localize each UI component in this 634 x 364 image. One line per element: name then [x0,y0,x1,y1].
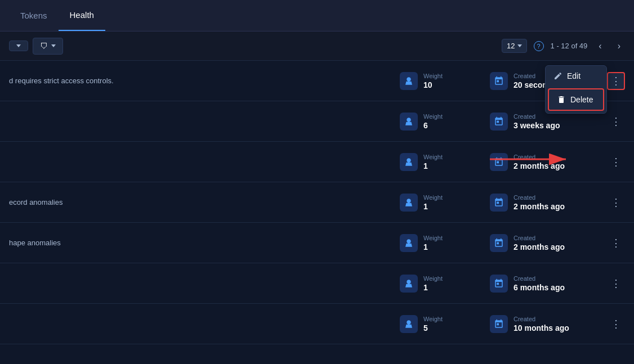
weight-value: 1 [423,242,443,251]
filter-icon: ⛉ [40,42,48,51]
filter-btn[interactable]: ⛉ [33,38,63,55]
top-nav: Tokens Health [0,0,634,32]
weight-value: 10 [423,80,443,89]
page-size-value: 12 [507,42,515,50]
weight-icon [400,113,418,131]
calendar-icon [490,113,508,131]
edit-menu-item[interactable]: Edit [546,66,606,86]
calendar-icon [490,315,508,333]
created-label: Created [514,154,565,160]
weight-value: 1 [423,202,443,211]
created-cell: Created 2 months ago [490,234,602,252]
created-cell: Created 10 months ago [490,315,602,333]
row-action-btn[interactable]: ⋮ [607,72,625,90]
created-value: 2 months ago [514,202,565,211]
created-value: 10 months ago [514,323,569,332]
row-description: hape anomalies [9,239,400,247]
delete-menu-item[interactable]: Delete [548,88,604,111]
weight-label: Weight [423,316,443,322]
table-row: Weight 1 Created 6 months ago ⋮ [0,263,634,304]
created-label: Created [514,113,560,120]
weight-cell: Weight 1 [400,234,490,252]
weight-label: Weight [423,275,443,282]
calendar-icon [490,194,508,212]
created-label: Created [514,316,569,322]
next-page-btn[interactable]: › [613,39,625,53]
calendar-icon [490,234,508,252]
page-size-select[interactable]: 12 [502,39,526,53]
weight-icon [400,234,418,252]
weight-value: 5 [423,323,443,332]
weight-value: 1 [423,283,443,292]
row-action-btn[interactable]: ⋮ [607,153,625,171]
table-container: d requires strict access controls. Weigh… [0,61,634,364]
created-cell: Created 6 months ago [490,275,602,293]
created-label: Created [514,194,565,201]
weight-icon [400,72,418,90]
weight-cell: Weight 6 [400,113,490,131]
chevron-down-icon [517,44,522,47]
created-value: 6 months ago [514,283,565,292]
chevron-down-icon [16,44,21,47]
help-icon[interactable]: ? [534,41,544,51]
table-row: d requires strict access controls. Weigh… [0,61,634,101]
row-action-btn[interactable]: ⋮ [607,234,625,252]
weight-cell: Weight 5 [400,315,490,333]
weight-label: Weight [423,235,443,241]
weight-cell: Weight 1 [400,194,490,212]
row-action-btn[interactable]: ⋮ [607,315,625,333]
created-cell: Created 2 months ago [490,153,602,171]
table-row: hape anomalies Weight 1 Created 2 months… [0,223,634,263]
created-label: Created [514,235,565,241]
pagination-info: 1 - 12 of 49 [551,42,588,50]
prev-page-btn[interactable]: ‹ [594,39,606,53]
table-row: Weight 6 Created 3 weeks ago ⋮ [0,101,634,142]
tab-tokens[interactable]: Tokens [9,0,59,31]
weight-cell: Weight 10 [400,72,490,90]
row-description: d requires strict access controls. [9,77,400,85]
weight-label: Weight [423,113,443,120]
weight-icon [400,275,418,293]
weight-cell: Weight 1 [400,153,490,171]
created-value: 3 weeks ago [514,121,560,130]
created-value: 2 months ago [514,242,565,251]
created-cell: Created 3 weeks ago [490,113,602,131]
row-action-btn[interactable]: ⋮ [607,275,625,293]
pagination-controls: 12 ? 1 - 12 of 49 ‹ › [502,39,625,53]
row-action-btn[interactable]: ⋮ [607,194,625,212]
tab-health[interactable]: Health [59,0,105,31]
calendar-icon [490,153,508,171]
created-value: 2 months ago [514,161,565,170]
weight-cell: Weight 1 [400,275,490,293]
chevron-down-icon [51,44,56,47]
table-row: ecord anomalies Weight 1 Created 2 month… [0,182,634,223]
calendar-icon [490,72,508,90]
weight-value: 1 [423,161,443,170]
row-action-btn[interactable]: ⋮ [607,113,625,131]
action-dropdown-menu: Edit Delete [545,65,607,114]
table-row: Weight 5 Created 10 months ago ⋮ [0,304,634,344]
weight-label: Weight [423,154,443,160]
weight-value: 6 [423,121,443,130]
toolbar: ⛉ 12 ? 1 - 12 of 49 ‹ › [0,32,634,61]
created-cell: Created 2 months ago [490,194,602,212]
calendar-icon [490,275,508,293]
weight-icon [400,315,418,333]
created-label: Created [514,275,565,282]
table-row: Weight 1 Created 2 months ago ⋮ [0,142,634,182]
weight-icon [400,153,418,171]
weight-label: Weight [423,194,443,201]
weight-icon [400,194,418,212]
weight-label: Weight [423,73,443,79]
dropdown-btn[interactable] [9,41,28,51]
row-description: ecord anomalies [9,198,400,206]
